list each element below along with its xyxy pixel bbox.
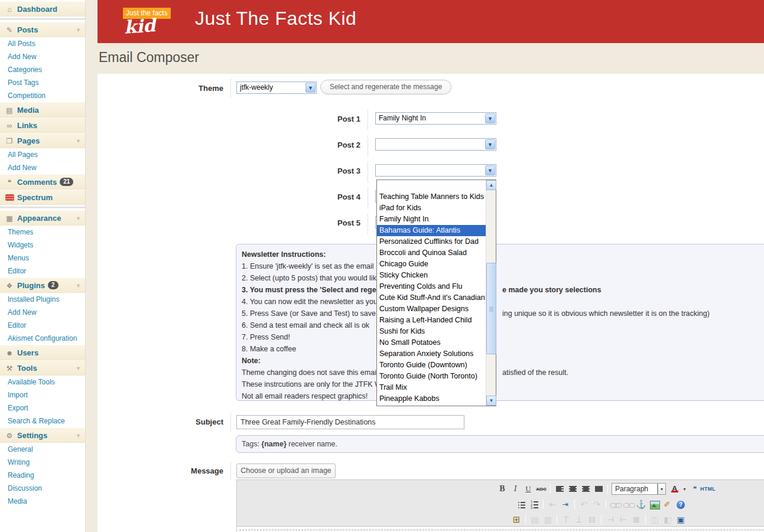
- color-menu-arrow-icon[interactable]: ▾: [681, 483, 688, 495]
- sidebar-subitem-reading[interactable]: Reading: [0, 469, 85, 482]
- ordered-list-icon[interactable]: [528, 498, 540, 510]
- sidebar-subitem-general[interactable]: General: [0, 443, 85, 456]
- blockquote-icon[interactable]: ❝: [689, 483, 701, 495]
- underline-icon[interactable]: U: [522, 483, 534, 495]
- sidebar-item-links[interactable]: ∞Links: [0, 118, 85, 133]
- sidebar-item-dashboard[interactable]: ⌂Dashboard: [0, 1, 85, 17]
- upload-image-button[interactable]: Choose or upload an image: [236, 464, 336, 478]
- dropdown-option[interactable]: Personalized Cufflinks for Dad: [377, 236, 486, 247]
- post-select-3[interactable]: ▼: [375, 164, 496, 177]
- sidebar-subitem-import[interactable]: Import: [0, 389, 85, 402]
- chevron-down-icon[interactable]: ▼: [305, 83, 316, 93]
- sidebar-subitem-add-new[interactable]: Add New: [0, 50, 85, 63]
- sidebar-subitem-writing[interactable]: Writing: [0, 456, 85, 469]
- sidebar-item-posts[interactable]: ✎Posts▾: [0, 22, 85, 37]
- dropdown-option[interactable]: Broccoli and Quinoa Salad: [377, 247, 486, 259]
- sidebar-subitem-export[interactable]: Export: [0, 402, 85, 414]
- delete-col-icon[interactable]: ⊠: [630, 514, 642, 526]
- sidebar-subitem-akismet-configuration[interactable]: Akismet Configuration: [0, 332, 85, 345]
- chevron-down-icon[interactable]: ▼: [485, 165, 495, 175]
- dropdown-option-highlighted[interactable]: Bahamas Guide: Atlantis: [377, 225, 486, 236]
- table-row-props-icon[interactable]: ▤: [529, 514, 541, 526]
- sidebar-item-spectrum[interactable]: Spectrum: [0, 190, 85, 205]
- format-select[interactable]: Paragraph▾: [612, 483, 658, 495]
- dropdown-option[interactable]: Raising a Left-Handed Child: [377, 315, 486, 326]
- help-icon[interactable]: [674, 498, 686, 510]
- regenerate-button[interactable]: Select and regenerate the message: [320, 80, 451, 94]
- collapse-arrow-icon[interactable]: ▾: [77, 211, 80, 226]
- scroll-up-icon[interactable]: ▲: [486, 180, 496, 190]
- collapse-arrow-icon[interactable]: ▾: [77, 133, 80, 148]
- dropdown-option[interactable]: Separation Anxiety Solutions: [377, 348, 486, 360]
- unordered-list-icon[interactable]: [515, 498, 527, 510]
- col-before-icon[interactable]: ⊣: [604, 514, 616, 526]
- chevron-down-icon[interactable]: ▾: [658, 483, 666, 495]
- visual-aid-icon[interactable]: ▣: [675, 514, 687, 526]
- dropdown-option[interactable]: iPad for Kids: [377, 203, 486, 214]
- align-center-icon[interactable]: [567, 483, 578, 495]
- sidebar-item-media[interactable]: ▤Media: [0, 102, 85, 118]
- undo-icon[interactable]: ↶: [578, 498, 590, 510]
- html-icon[interactable]: HTML: [702, 483, 714, 495]
- split-cells-icon[interactable]: ◫: [649, 514, 661, 526]
- sidebar-subitem-categories[interactable]: Categories: [0, 63, 85, 76]
- collapse-arrow-icon[interactable]: ▾: [77, 22, 80, 37]
- chevron-down-icon[interactable]: ▼: [485, 139, 495, 149]
- redo-icon[interactable]: ↷: [591, 498, 603, 510]
- anchor-icon[interactable]: ⚓: [635, 498, 647, 510]
- sidebar-item-tools[interactable]: ⚒Tools▾: [0, 360, 85, 376]
- dropdown-option[interactable]: [377, 180, 486, 191]
- sidebar-item-settings[interactable]: ⚙Settings▾: [0, 427, 85, 443]
- sidebar-subitem-competition[interactable]: Competition: [0, 89, 85, 102]
- text-color-icon[interactable]: [668, 483, 680, 495]
- dropdown-option[interactable]: Cute Kid Stuff-And it's Canadian!: [377, 292, 486, 303]
- sidebar-subitem-add-new[interactable]: Add New: [0, 306, 85, 319]
- align-justify-icon[interactable]: [593, 483, 604, 495]
- dropdown-option[interactable]: Custom Wallpaper Designs: [377, 303, 486, 315]
- sidebar-item-pages[interactable]: ❐Pages▾: [0, 133, 85, 148]
- dropdown-option[interactable]: Family Night In: [377, 214, 486, 225]
- italic-icon[interactable]: I: [509, 483, 521, 495]
- row-after-icon[interactable]: ⊥: [573, 514, 585, 526]
- row-before-icon[interactable]: ⊤: [560, 514, 572, 526]
- cleanup-icon[interactable]: ✐: [661, 498, 673, 510]
- sidebar-subitem-menus[interactable]: Menus: [0, 252, 85, 265]
- sidebar-item-comments[interactable]: ❝Comments21: [0, 174, 85, 190]
- collapse-arrow-icon[interactable]: ▾: [77, 361, 80, 376]
- align-left-icon[interactable]: [554, 483, 565, 495]
- dropdown-option[interactable]: Preventing Colds and Flu: [377, 281, 486, 292]
- dropdown-option[interactable]: Sushi for Kids: [377, 326, 486, 337]
- dropdown-option[interactable]: Toronto Guide (North Toronto): [377, 371, 486, 382]
- post-select-2[interactable]: ▼: [375, 138, 496, 151]
- collapse-arrow-icon[interactable]: ▾: [77, 428, 80, 443]
- sidebar-item-appearance[interactable]: ▦Appearance▾: [0, 210, 85, 226]
- post-select-1[interactable]: Family Night In▼: [375, 112, 496, 125]
- sidebar-subitem-search-replace[interactable]: Search & Replace: [0, 414, 85, 427]
- col-after-icon[interactable]: ⊢: [617, 514, 629, 526]
- chevron-down-icon[interactable]: ▼: [485, 113, 495, 123]
- theme-select[interactable]: jtfk-weekly ▼: [236, 81, 317, 94]
- editor-content-area[interactable]: [236, 527, 764, 532]
- sidebar-subitem-widgets[interactable]: Widgets: [0, 239, 85, 252]
- sidebar-item-plugins[interactable]: ❖Plugins2▾: [0, 278, 85, 293]
- dropdown-option[interactable]: Pineapple Kabobs: [377, 393, 486, 404]
- collapse-arrow-icon[interactable]: ▾: [77, 278, 80, 293]
- sidebar-subitem-available-tools[interactable]: Available Tools: [0, 376, 85, 389]
- dropdown-option[interactable]: Toronto Guide (Downtown): [377, 360, 486, 371]
- align-right-icon[interactable]: [580, 483, 591, 495]
- dropdown-option[interactable]: Chicago Guide: [377, 259, 486, 270]
- link-icon[interactable]: [609, 498, 621, 510]
- insert-image-icon[interactable]: [648, 498, 660, 510]
- dropdown-option[interactable]: Teaching Table Manners to Kids: [377, 191, 486, 203]
- dropdown-option[interactable]: Trail Mix: [377, 382, 486, 393]
- scroll-down-icon[interactable]: ▼: [486, 396, 496, 406]
- unlink-icon[interactable]: [622, 498, 634, 510]
- dropdown-option[interactable]: Sticky Chicken: [377, 270, 486, 281]
- dropdown-scrollbar[interactable]: ▲ ▼: [486, 180, 496, 406]
- merge-cells-icon[interactable]: ◧: [662, 514, 674, 526]
- sidebar-subitem-themes[interactable]: Themes: [0, 226, 85, 239]
- sidebar-item-users[interactable]: ☻Users: [0, 345, 85, 360]
- outdent-icon[interactable]: ⇤: [547, 498, 558, 510]
- sidebar-subitem-discussion[interactable]: Discussion: [0, 482, 85, 495]
- subject-input[interactable]: [236, 415, 464, 429]
